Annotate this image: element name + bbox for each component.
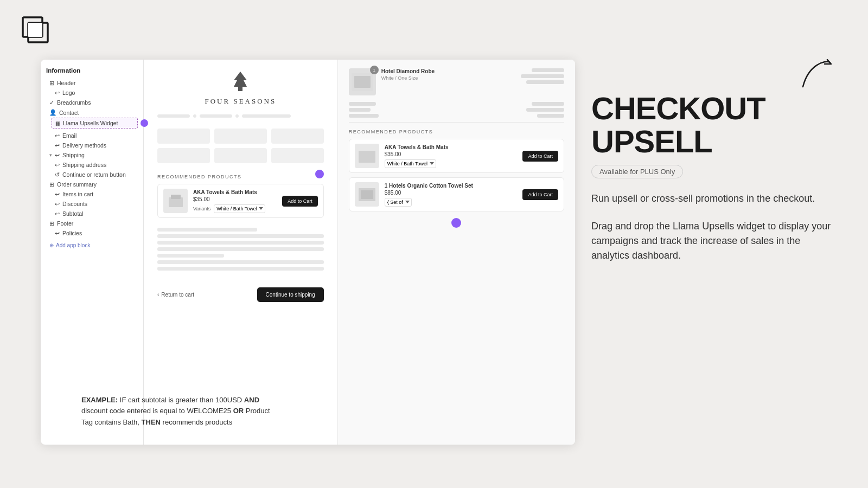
person-icon: 👤 bbox=[49, 109, 56, 116]
checkout-upsell-title: CHECKOUT UPSELL bbox=[591, 92, 841, 158]
cart-item-thumb: 1 bbox=[349, 68, 376, 95]
sidebar-item-discounts[interactable]: ↩ Discounts bbox=[52, 199, 138, 209]
link-icon-address: ↩ bbox=[55, 162, 60, 168]
right-side-content: CHECKOUT UPSELL Available for PLUS Only … bbox=[591, 60, 841, 263]
link-icon-items: ↩ bbox=[55, 191, 60, 197]
cart-price-skeletons bbox=[475, 68, 564, 84]
sidebar-item-header[interactable]: ⊞ Header bbox=[46, 78, 138, 88]
grid-icon: ⊞ bbox=[49, 80, 54, 86]
cart-add-to-cart-1[interactable]: Add to Cart bbox=[522, 151, 558, 162]
return-to-cart-link[interactable]: ‹ Return to cart bbox=[157, 292, 194, 298]
sidebar-item-logo[interactable]: ↩ Logo bbox=[52, 88, 138, 98]
cart-product-card-2: 1 Hotels Organic Cotton Towel Set $85.00… bbox=[349, 177, 564, 211]
cart-sk-label-2 bbox=[349, 108, 371, 112]
cart-divider bbox=[349, 122, 564, 123]
cart-product-price-1: $35.00 bbox=[385, 151, 518, 157]
cart-variant-select-1[interactable]: White / Bath Towel bbox=[385, 159, 436, 168]
cart-sk-val-3 bbox=[537, 114, 564, 118]
cart-item-variant: White / One Size bbox=[381, 75, 470, 81]
chevron-down-icon: ▾ bbox=[49, 152, 52, 158]
cart-add-to-cart-2[interactable]: Add to Cart bbox=[522, 189, 558, 200]
svg-rect-6 bbox=[354, 76, 371, 88]
sidebar-item-breadcrumbs[interactable]: ✓ Breadcrumbs bbox=[46, 98, 138, 107]
product-price-left: $35.00 bbox=[193, 196, 277, 202]
store-name-label: Four Seasons bbox=[205, 97, 277, 106]
cart-sk-val-1 bbox=[532, 102, 564, 106]
cart-sk-3 bbox=[526, 80, 564, 84]
sk-row-7 bbox=[157, 267, 324, 271]
product-card-left: AKA Towels & Bath Mats $35.00 Variants W… bbox=[157, 184, 324, 218]
skeleton-rows bbox=[157, 228, 324, 273]
cart-recommended-label: Recommended Products bbox=[349, 129, 564, 134]
return-icon: ↺ bbox=[55, 171, 60, 178]
sidebar-item-contact[interactable]: 👤 Contact bbox=[46, 107, 138, 118]
sidebar-item-items-in-cart[interactable]: ↩ Items in cart bbox=[52, 189, 138, 199]
add-app-block-button[interactable]: ⊕ Add app block bbox=[46, 238, 138, 248]
cart-sk-val-2 bbox=[526, 108, 564, 112]
sidebar-item-continue-return[interactable]: ↺ Continue or return button bbox=[52, 170, 138, 179]
field-row-1 bbox=[157, 129, 324, 144]
variant-select-row: Variants White / Bath Towel bbox=[193, 204, 277, 213]
sidebar-item-order-summary[interactable]: ⊞ Order summary bbox=[46, 179, 138, 189]
grid-icon-order: ⊞ bbox=[49, 181, 54, 188]
field-box-3 bbox=[271, 129, 324, 144]
svg-rect-4 bbox=[171, 195, 181, 199]
cart-panel: 1 Hotel Diamond Robe White / One Size bbox=[338, 60, 575, 445]
field-row-2 bbox=[157, 148, 324, 163]
cart-sk-label-1 bbox=[349, 102, 376, 106]
cart-product-info-2: 1 Hotels Organic Cotton Towel Set $85.00… bbox=[385, 183, 518, 207]
cart-variant-row-1: White / Bath Towel bbox=[385, 159, 518, 168]
sidebar-item-shipping[interactable]: ▾ ↩ Shipping bbox=[46, 150, 138, 160]
cart-variant-row-2: { Set of bbox=[385, 198, 518, 207]
logo bbox=[22, 16, 52, 48]
sidebar-item-shipping-address[interactable]: ↩ Shipping address bbox=[52, 160, 138, 170]
purple-dot-right bbox=[451, 218, 461, 228]
sk-row-5 bbox=[157, 254, 224, 258]
cart-variant-select-2[interactable]: { Set of bbox=[385, 198, 412, 207]
svg-rect-9 bbox=[361, 190, 373, 199]
widget-icon: ▦ bbox=[55, 120, 60, 126]
product-name-left: AKA Towels & Bath Mats bbox=[193, 189, 277, 195]
sk-row-2 bbox=[157, 234, 324, 238]
sidebar-item-policies[interactable]: ↩ Policies bbox=[52, 228, 138, 238]
recommended-label: Recommended Products bbox=[157, 174, 242, 179]
link-icon-subtotal: ↩ bbox=[55, 210, 60, 217]
sidebar-section-title: Information bbox=[46, 67, 138, 74]
plus-circle-icon: ⊕ bbox=[49, 242, 54, 248]
cart-product-card-1: AKA Towels & Bath Mats $35.00 White / Ba… bbox=[349, 139, 564, 173]
variant-label: Variants bbox=[193, 206, 210, 211]
example-label: EXAMPLE: bbox=[81, 396, 118, 404]
sidebar-item-email[interactable]: ↩ Email bbox=[52, 131, 138, 140]
sidebar-item-llama-widget[interactable]: ▦ Llama Upsells Widget bbox=[52, 118, 138, 129]
cart-badge: 1 bbox=[370, 66, 379, 74]
cart-item-name: Hotel Diamond Robe bbox=[381, 68, 470, 74]
content-area: Four Seasons bbox=[144, 60, 575, 445]
sidebar-item-footer[interactable]: ⊞ Footer bbox=[46, 219, 138, 228]
cart-product-info-1: AKA Towels & Bath Mats $35.00 White / Ba… bbox=[385, 144, 518, 168]
grid-icon-footer: ⊞ bbox=[49, 220, 54, 227]
cart-sk-2 bbox=[521, 74, 564, 78]
cart-product-name-1: AKA Towels & Bath Mats bbox=[385, 144, 518, 150]
cart-product-thumb-2 bbox=[355, 182, 379, 207]
sk-row-6 bbox=[157, 260, 324, 264]
example-then: THEN bbox=[142, 418, 161, 426]
sidebar-item-subtotal[interactable]: ↩ Subtotal bbox=[52, 209, 138, 219]
continue-to-shipping-button[interactable]: Continue to shipping bbox=[257, 287, 324, 302]
store-logo-area: Four Seasons bbox=[205, 70, 277, 106]
mockup-frame: Information ⊞ Header ↩ Logo ✓ Breadcrumb… bbox=[41, 60, 575, 445]
cart-product-thumb-1 bbox=[355, 144, 379, 168]
add-to-cart-button-left[interactable]: Add to Cart bbox=[282, 196, 318, 207]
example-text-1: IF cart subtotal is greater than 100USD bbox=[120, 396, 244, 404]
link-icon-email: ↩ bbox=[55, 132, 60, 139]
recommended-header: Recommended Products bbox=[157, 168, 324, 184]
store-tree-icon bbox=[232, 70, 249, 96]
link-icon-discounts: ↩ bbox=[55, 201, 60, 207]
sidebar-item-delivery[interactable]: ↩ Delivery methods bbox=[52, 140, 138, 150]
cart-sk-label-3 bbox=[349, 114, 379, 118]
main-container: Information ⊞ Header ↩ Logo ✓ Breadcrumb… bbox=[41, 60, 575, 445]
sidebar: Information ⊞ Header ↩ Logo ✓ Breadcrumb… bbox=[41, 60, 144, 445]
product-info-left: AKA Towels & Bath Mats $35.00 Variants W… bbox=[193, 189, 277, 213]
field-box-2 bbox=[214, 129, 267, 144]
variant-select[interactable]: White / Bath Towel bbox=[214, 204, 265, 213]
field-box-6 bbox=[271, 148, 324, 163]
